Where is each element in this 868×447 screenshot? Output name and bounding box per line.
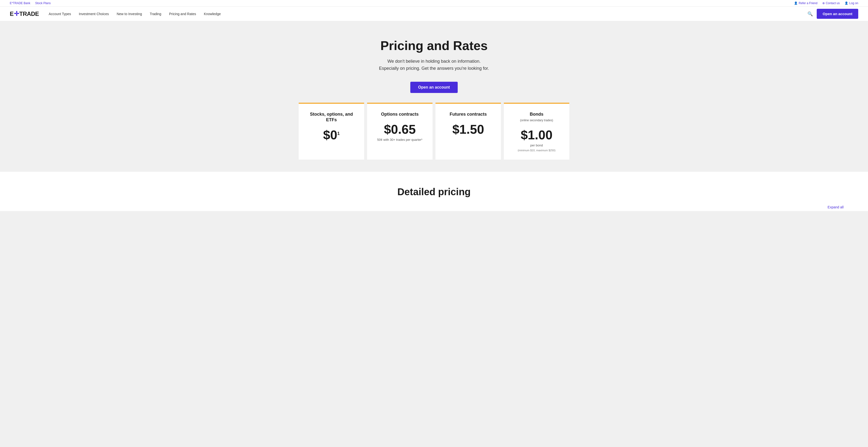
pricing-card-stocks: Stocks, options, and ETFs $01 <box>299 103 364 160</box>
expand-all-link[interactable]: Expand all <box>828 205 844 209</box>
pricing-card-bonds: Bonds (online secondary trades) $1.00 pe… <box>504 103 569 160</box>
nav-trading[interactable]: Trading <box>150 12 161 16</box>
logo-plus-icon: ✛ <box>14 10 19 17</box>
user-icon: 👤 <box>844 1 848 5</box>
card-price-options: $0.65 <box>373 123 427 136</box>
card-footnote-bonds: (minimum $10, maximum $250) <box>510 149 563 152</box>
utility-bar-right: 👤 Refer a Friend ⊕ Contact us 👤 Log on <box>794 1 858 5</box>
search-button[interactable]: 🔍 <box>807 11 813 16</box>
main-nav: E✛TRADE Account Types Investment Choices… <box>0 7 868 21</box>
nav-new-to-investing[interactable]: New to Investing <box>117 12 142 16</box>
nav-right: 🔍 Open an account <box>807 9 858 19</box>
card-title-stocks: Stocks, options, and ETFs <box>305 111 358 123</box>
nav-links: Account Types Investment Choices New to … <box>49 12 221 16</box>
card-title-bonds: Bonds (online secondary trades) <box>510 111 563 123</box>
card-title-futures: Futures contracts <box>441 111 495 117</box>
pricing-card-futures: Futures contracts $1.50 <box>435 103 501 160</box>
person-icon: 👤 <box>794 1 798 5</box>
logo[interactable]: E✛TRADE <box>10 10 39 18</box>
refer-friend-link[interactable]: 👤 Refer a Friend <box>794 1 817 5</box>
card-note-options: 50¢ with 30+ trades per quarter¹ <box>373 138 427 142</box>
pricing-card-options: Options contracts $0.65 50¢ with 30+ tra… <box>367 103 433 160</box>
etrade-bank-link[interactable]: E*TRADE Bank <box>10 1 30 5</box>
utility-bar: E*TRADE Bank Stock Plans 👤 Refer a Frien… <box>0 0 868 7</box>
card-price-stocks: $01 <box>305 129 358 141</box>
nav-pricing-and-rates[interactable]: Pricing and Rates <box>169 12 196 16</box>
phone-icon: ⊕ <box>822 1 825 5</box>
hero-title: Pricing and Rates <box>10 38 858 53</box>
logo-text: E✛TRADE <box>10 10 39 18</box>
contact-us-link[interactable]: ⊕ Contact us <box>822 1 840 5</box>
card-title-options: Options contracts <box>373 111 427 117</box>
hero-section: Pricing and Rates We don't believe in ho… <box>0 21 868 172</box>
utility-bar-left: E*TRADE Bank Stock Plans <box>10 1 51 5</box>
open-account-hero-button[interactable]: Open an account <box>410 82 458 93</box>
detailed-pricing-title: Detailed pricing <box>10 186 858 197</box>
pricing-cards: Stocks, options, and ETFs $01 Options co… <box>287 103 581 160</box>
card-subtitle-bonds: (online secondary trades) <box>520 118 553 122</box>
nav-left: E✛TRADE Account Types Investment Choices… <box>10 10 221 18</box>
nav-account-types[interactable]: Account Types <box>49 12 71 16</box>
nav-knowledge[interactable]: Knowledge <box>204 12 221 16</box>
detailed-pricing-section: Detailed pricing Expand all <box>0 172 868 211</box>
open-account-nav-button[interactable]: Open an account <box>817 9 858 19</box>
card-price-futures: $1.50 <box>441 123 495 136</box>
nav-investment-choices[interactable]: Investment Choices <box>79 12 109 16</box>
log-on-link[interactable]: 👤 Log on <box>844 1 858 5</box>
card-note-bonds: per bond <box>510 143 563 148</box>
search-icon: 🔍 <box>807 11 813 16</box>
stock-plans-link[interactable]: Stock Plans <box>35 1 51 5</box>
hero-subtitle: We don't believe in holding back on info… <box>361 58 507 72</box>
card-price-bonds: $1.00 <box>510 129 563 141</box>
